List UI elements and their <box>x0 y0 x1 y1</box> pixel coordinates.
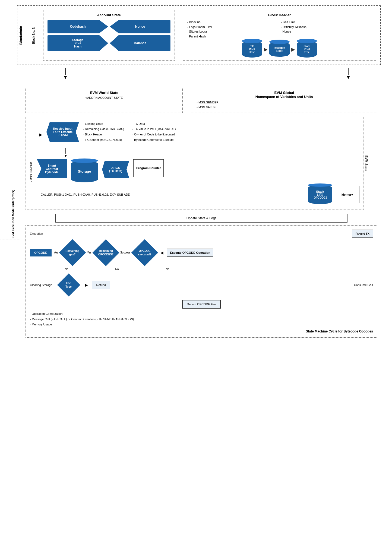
arrow-down-from-receive: ▼ <box>30 148 359 158</box>
state-machine-label: State Machine Cycle for Bytecode Opcodes <box>30 329 373 333</box>
opcode-box: OPCODE <box>30 249 52 256</box>
account-state-title: Account State <box>48 13 170 17</box>
consume-gas-label: Consume Gas <box>354 283 373 287</box>
yes2: Yes <box>87 251 91 254</box>
storage-root-hash-ribbon: StorageRootHash <box>48 35 108 51</box>
revert-tx-box: Revert TX <box>352 230 373 238</box>
evm-state-label: EVM State <box>365 155 368 171</box>
world-state-subtitle: <ADDR>:ACCOUNT STATE <box>31 96 177 99</box>
opcode-executed-wrapper: OPCODEexecuted? <box>132 240 157 265</box>
args-text: ARGS(TX Data) <box>109 166 122 173</box>
exception-revert-row: Exception Revert TX <box>30 230 373 238</box>
memory-text: Memory <box>342 193 353 196</box>
left-arrow-head: ▼ <box>63 75 68 80</box>
deduct-fee-text: Deduct OPCODE Fee <box>187 303 216 306</box>
arrow-execute: ◀ <box>160 251 163 255</box>
fee-row: Clearing Storage FeeType ▶ Refund Consum… <box>30 273 373 297</box>
input-lists: - Existing State - Remaining Gas (STARTG… <box>83 121 176 143</box>
components-area: - MSG.SENDER SmartContractBytecode Stora… <box>30 159 359 182</box>
remaining-gas-wrapper: Remaininggas? <box>60 240 85 265</box>
opcode-executed-text: OPCODEexecuted? <box>138 249 151 256</box>
success1: Success <box>120 251 131 254</box>
opcode-text: OPCODE <box>34 251 47 254</box>
refund-text: Refund <box>96 283 106 287</box>
block-header-title: Block Header <box>187 13 372 17</box>
account-grid: Codehash Nonce StorageRootHash Balance <box>48 20 170 51</box>
block-header-content: - Block no. - Logs Bloom Filter (Stores … <box>187 20 372 39</box>
revert-tx-text: Revert TX <box>356 232 369 235</box>
remaining-gas-text: Remaininggas? <box>66 249 80 256</box>
memory-box: Memory <box>335 186 359 203</box>
deduct-fee-box: Deduct OPCODE Fee <box>182 300 221 309</box>
codehash-ribbon: Codehash <box>48 20 108 33</box>
arrow-receipts: ▶ <box>264 46 268 52</box>
refund-box: Refund <box>92 281 110 289</box>
opcode-executed-diamond: OPCODEexecuted? <box>131 239 158 266</box>
global-namespace-content: - MSG.SENDER - MSG.VALUE <box>197 100 372 110</box>
tx-caller-title: TX CALLER <box>0 242 17 247</box>
receive-input-shape: Receive InputTX to Executein EVM <box>46 122 79 142</box>
world-state-box: EVM World State <ADDR>:ACCOUNT STATE <box>26 88 183 113</box>
remaining-opcodes-wrapper: RemainingOPCODES? <box>94 240 118 265</box>
block-header-left: - Block no. - Logs Bloom Filter (Stores … <box>187 20 278 39</box>
evm-state-box: EVM State ▶ Receive InputTX to Executein… <box>26 117 364 210</box>
exception-label: Exception <box>30 232 43 235</box>
receipts-root-cylinder: ReceiptsRoot <box>269 42 290 57</box>
remaining-opcodes-diamond: RemainingOPCODES? <box>92 239 119 266</box>
blockchain-section: Blockchain Block No. N Account State Cod… <box>17 5 381 65</box>
left-arrow-line <box>65 68 66 75</box>
nonce-ribbon: Nonce <box>110 20 170 33</box>
arrow-line-receive <box>41 127 41 132</box>
program-counter-box: Program Counter <box>133 159 164 177</box>
evm-execution-label: EVM Execution Model (Interpreter) <box>11 190 15 239</box>
yes1: Yes <box>54 251 58 254</box>
receive-input-row: ▶ Receive InputTX to Executein EVM - Exi… <box>30 121 359 143</box>
bottom-labels: - Operation Computation - Message Call (… <box>30 311 373 327</box>
opcodes-area: CALLER, PUSH1 0X01, PUSH 0XA0, PUSH1 0.0… <box>41 185 359 204</box>
opcodes-label: CALLER, PUSH1 0X01, PUSH 0XA0, PUSH1 0.0… <box>41 193 130 196</box>
opcodes-row: CALLER, PUSH1 0X01, PUSH 0XA0, PUSH1 0.0… <box>41 185 359 204</box>
tx-root-hash-cylinder: TXRootHash <box>242 41 262 58</box>
left-connector: ▼ <box>63 68 68 80</box>
block-no-label: Block No. N <box>32 27 36 44</box>
balance-ribbon: Balance <box>110 35 170 51</box>
smart-contract-text: SmartContractBytecode <box>45 164 59 174</box>
global-namespace-title: EVM GlobalNamespace of Variables and Uni… <box>197 91 372 99</box>
program-counter-text: Program Counter <box>136 166 161 170</box>
stack-area: Stack LIFO-OPCODES <box>308 185 332 204</box>
down-line <box>65 148 66 154</box>
world-state-title: EVM World State <box>31 91 177 95</box>
remaining-opcodes-text: RemainingOPCODES? <box>98 249 113 256</box>
execute-opcode-box: Execute OPCODE Operation <box>167 249 213 257</box>
remaining-gas-diamond: Remaininggas? <box>59 239 86 266</box>
deduct-fee-row: Deduct OPCODE Fee <box>30 300 373 309</box>
storage-cylinder: Storage <box>71 161 98 182</box>
smart-contract-shape: SmartContractBytecode <box>37 159 67 178</box>
clearing-storage-label: Clearing Storage <box>30 283 52 287</box>
down-arrow: ▼ <box>64 148 68 158</box>
account-state-box: Account State Codehash Nonce StorageRoot… <box>43 10 175 61</box>
state-root-tree-cyl-wrapper: StateRootTree <box>297 41 317 58</box>
tx-caller-box: TX CALLER - Nonce - Gas Limit (STARTGAS)… <box>0 239 20 297</box>
input-list-right: - TX Data - TX Value in WEI (MSG.VALUE) … <box>132 121 176 143</box>
block-header-box: Block Header - Block no. - Logs Bloom Fi… <box>183 10 376 61</box>
opcode-flow-row: OPCODE Yes Remaininggas? Yes RemainingOP… <box>30 240 373 265</box>
update-state-area: Update State & Logs <box>39 214 364 223</box>
no1: No <box>56 268 77 271</box>
no2: No <box>106 268 128 271</box>
tx-root-hash-cyl-wrapper: TXRootHash <box>242 41 262 58</box>
stack-cylinder: Stack LIFO-OPCODES <box>308 185 332 204</box>
stack-text: Stack <box>316 190 324 193</box>
blockchain-label: Blockchain <box>19 26 23 45</box>
right-arrow-head: ▼ <box>346 75 351 80</box>
arrow-state-root: ▶ <box>291 46 295 52</box>
no-labels-row: No No No <box>30 268 373 271</box>
arrow-head-receive: ▶ <box>39 132 42 137</box>
lifo-text: LIFO-OPCODES <box>313 193 327 199</box>
receive-input-text: Receive InputTX to Executein EVM <box>53 127 73 137</box>
evm-top-row: EVM World State <ADDR>:ACCOUNT STATE EVM… <box>26 88 377 113</box>
tx-caller-items: - Nonce - Gas Limit (STARTGAS) - Gas Pri… <box>0 249 17 294</box>
storage-text: Storage <box>78 169 91 173</box>
update-state-row: Update State & Logs <box>55 214 347 223</box>
fee-type-label: FeeType <box>65 281 72 288</box>
